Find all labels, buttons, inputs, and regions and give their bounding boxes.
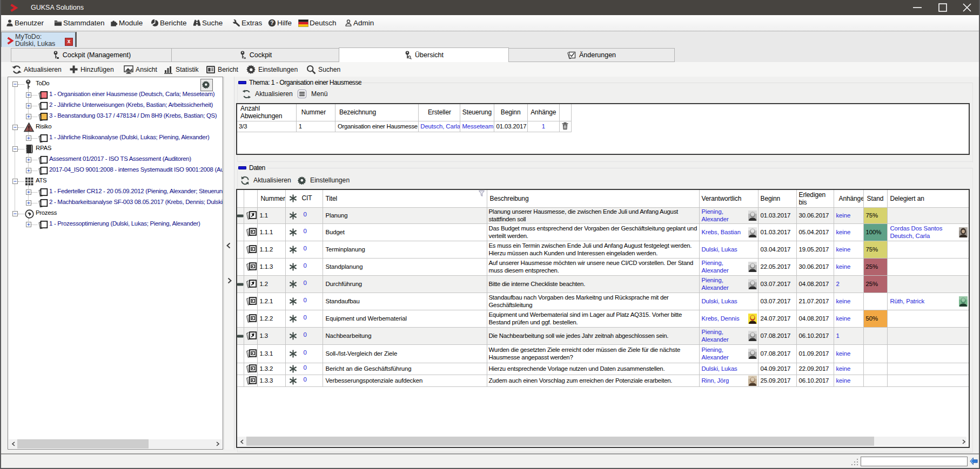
svg-text:?: ?	[270, 19, 274, 26]
